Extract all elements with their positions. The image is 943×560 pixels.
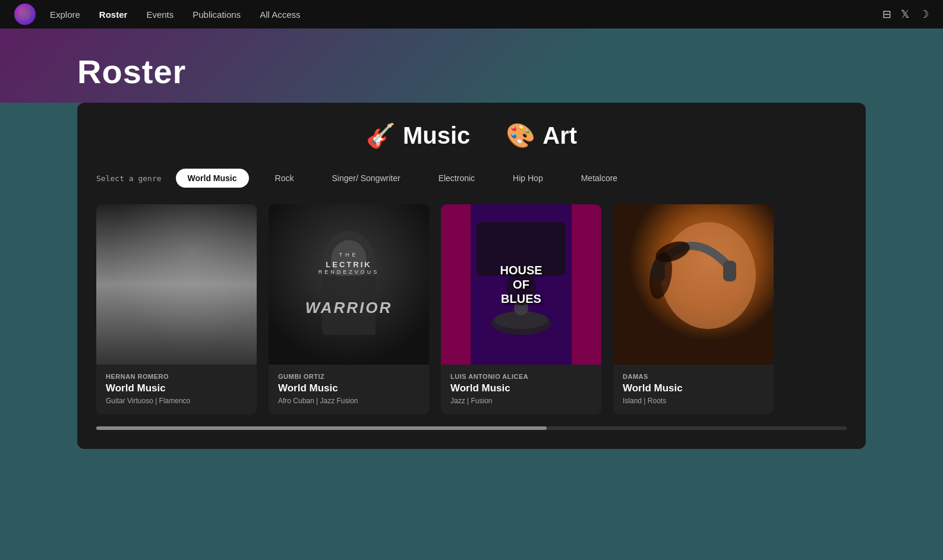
artist-genre-luis: World Music [450, 382, 592, 394]
hero-section: Roster [0, 29, 943, 103]
svg-point-2 [168, 231, 209, 279]
artist-style-luis: Jazz | Fusion [450, 397, 592, 405]
genre-filter-label: Select a genre [96, 174, 162, 183]
artist-card-luis[interactable]: HOUSEOFBLUES LUIS ANTONIO ALICEA World M… [441, 204, 601, 415]
svg-rect-0 [96, 204, 257, 365]
page-title: Roster [77, 52, 866, 91]
genre-metalcore[interactable]: Metalcore [569, 169, 629, 188]
genre-rock[interactable]: Rock [263, 169, 306, 188]
nav-roster[interactable]: Roster [99, 10, 128, 20]
svg-rect-25 [723, 261, 736, 281]
logo-icon: 🎵 [19, 9, 31, 20]
artist-name-damas: DAMAS [623, 373, 764, 380]
music-emoji: 🎸 [366, 122, 396, 150]
artist-genre-gumbi: World Music [278, 382, 420, 394]
nav-all-access[interactable]: All Access [260, 10, 300, 20]
tab-music[interactable]: 🎸 Music [366, 122, 470, 150]
header-icons: ⊟ 𝕏 ☽ [882, 8, 929, 21]
nav-events[interactable]: Events [146, 10, 174, 20]
artist-genre-hernan: World Music [106, 382, 247, 394]
artist-cards-grid: HERNAN ROMERO World Music Guitar Virtuos… [96, 204, 847, 419]
art-emoji: 🎨 [506, 122, 535, 150]
theme-icon[interactable]: ☽ [919, 8, 929, 21]
artist-style-gumbi: Afro Cuban | Jazz Fusion [278, 397, 420, 405]
artist-image-luis: HOUSEOFBLUES [441, 204, 601, 365]
artist-name-hernan: HERNAN ROMERO [106, 373, 247, 380]
genre-filter: Select a genre World Music Rock Singer/ … [96, 169, 847, 188]
artist-card-info-hernan: HERNAN ROMERO World Music Guitar Virtuos… [96, 365, 257, 415]
artist-card-gumbi-ortiz[interactable]: THE LECTRIK RENDEZVOUS WARRIOR GUMBI ORT… [269, 204, 429, 415]
discord-icon[interactable]: ⊟ [882, 8, 891, 21]
artist-card-info-damas: DAMAS World Music Island | Roots [613, 365, 774, 415]
art-label: Art [543, 122, 577, 149]
main-nav: Explore Roster Events Publications All A… [50, 10, 882, 20]
artist-style-hernan: Guitar Virtuoso | Flamenco [106, 397, 247, 405]
house-of-blues-text: HOUSEOFBLUES [500, 263, 542, 306]
svg-rect-5 [175, 264, 195, 311]
svg-rect-3 [126, 293, 227, 365]
svg-point-23 [661, 222, 756, 329]
svg-rect-14 [441, 204, 471, 365]
genre-world-music[interactable]: World Music [176, 169, 249, 188]
nav-explore[interactable]: Explore [50, 10, 80, 20]
artist-card-hernan-romero[interactable]: HERNAN ROMERO World Music Guitar Virtuos… [96, 204, 257, 415]
artist-name-gumbi: GUMBI ORTIZ [278, 373, 420, 380]
header: 🎵 Explore Roster Events Publications All… [0, 0, 943, 29]
artist-style-damas: Island | Roots [623, 397, 764, 405]
nav-publications[interactable]: Publications [193, 10, 241, 20]
artist-card-info-luis: LUIS ANTONIO ALICEA World Music Jazz | F… [441, 365, 601, 415]
artist-image-hernan [96, 204, 257, 365]
svg-point-6 [162, 298, 185, 312]
tab-art[interactable]: 🎨 Art [506, 122, 577, 150]
scrollbar-track [96, 426, 847, 430]
svg-rect-15 [572, 204, 601, 365]
scrollbar-thumb[interactable] [96, 426, 547, 430]
svg-point-1 [156, 216, 227, 299]
svg-point-4 [126, 293, 185, 329]
artist-name-luis: LUIS ANTONIO ALICEA [450, 373, 592, 380]
logo[interactable]: 🎵 [14, 4, 36, 25]
artist-genre-damas: World Music [623, 382, 764, 394]
main-container: 🎸 Music 🎨 Art Select a genre World Music… [77, 103, 866, 449]
category-tabs: 🎸 Music 🎨 Art [96, 122, 847, 150]
artist-image-gumbi: THE LECTRIK RENDEZVOUS WARRIOR [269, 204, 429, 365]
genre-singer-songwriter[interactable]: Singer/ Songwriter [320, 169, 412, 188]
artist-card-damas[interactable]: DAMAS World Music Island | Roots [613, 204, 774, 415]
artist-image-damas [613, 204, 774, 365]
twitter-icon[interactable]: 𝕏 [901, 8, 910, 21]
music-label: Music [403, 122, 470, 149]
genre-hip-hop[interactable]: Hip Hop [501, 169, 555, 188]
artist-card-info-gumbi: GUMBI ORTIZ World Music Afro Cuban | Jaz… [269, 365, 429, 415]
genre-electronic[interactable]: Electronic [427, 169, 487, 188]
